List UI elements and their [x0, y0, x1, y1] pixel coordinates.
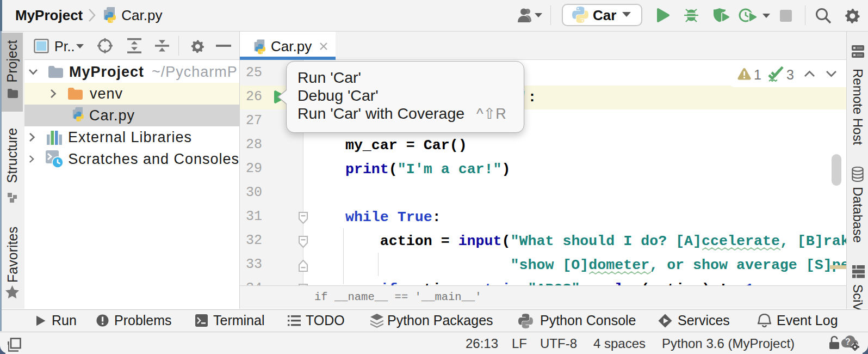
svg-text:?: ? [845, 337, 851, 346]
